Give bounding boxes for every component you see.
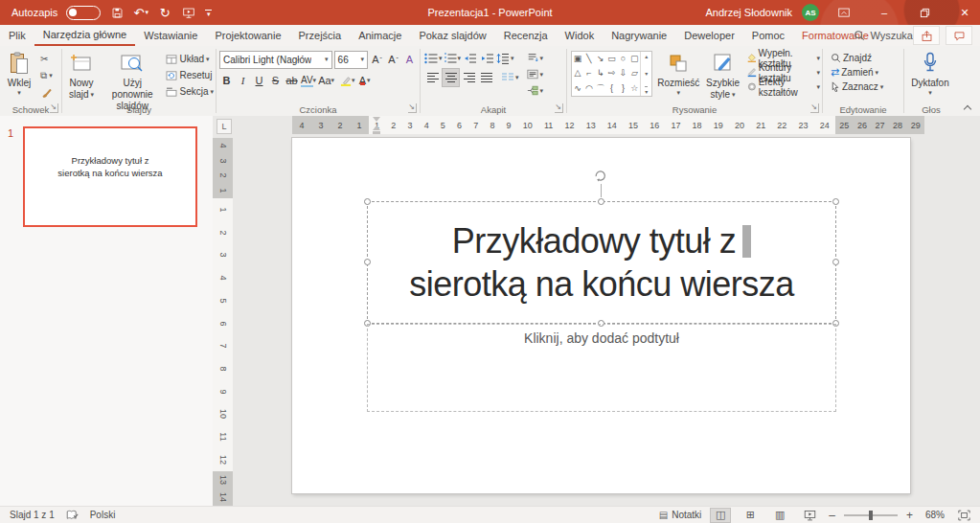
replace-button[interactable]: ⇄ Zamień▾: [829, 65, 903, 80]
shape-icon[interactable]: ◠: [585, 84, 593, 93]
spell-check-button[interactable]: [66, 510, 79, 521]
shape-icon[interactable]: ↳: [597, 69, 604, 78]
hanging-indent-marker[interactable]: [373, 125, 380, 130]
dialog-launcher-icon[interactable]: ↘: [555, 103, 563, 113]
slide-canvas[interactable]: Przykładowy tytuł z sierotką na końcu wi…: [233, 134, 980, 506]
slideshow-button[interactable]: [799, 508, 820, 523]
convert-to-smartart-button[interactable]: ▾: [525, 82, 546, 99]
bold-button[interactable]: B: [219, 73, 234, 89]
zoom-in-button[interactable]: +: [906, 509, 913, 522]
font-size-combobox[interactable]: 66 ▾: [334, 51, 368, 69]
line-spacing-button[interactable]: ▾: [496, 50, 514, 67]
scroll-down-icon[interactable]: ▾: [645, 70, 648, 77]
minimize-button[interactable]: –: [869, 0, 900, 25]
dialog-launcher-icon[interactable]: ↘: [408, 103, 417, 113]
select-button[interactable]: Zaznacz▾: [829, 80, 903, 94]
decrease-indent-button[interactable]: [462, 50, 478, 67]
copy-button[interactable]: ⧉▾: [38, 67, 55, 83]
ribbon-tab[interactable]: Wstawianie: [135, 25, 206, 46]
user-name[interactable]: Andrzej Słodownik: [706, 7, 793, 18]
ribbon-tab[interactable]: Recenzja: [495, 25, 557, 46]
scroll-up-icon[interactable]: ▴: [645, 53, 648, 59]
columns-button[interactable]: ▾: [501, 69, 519, 86]
slide-title-text[interactable]: Przykładowy tytuł z sierotką na końcu wi…: [368, 202, 835, 323]
find-button[interactable]: Znajdź: [829, 51, 903, 65]
autosave-toggle[interactable]: [66, 6, 101, 20]
shape-icon[interactable]: ▢: [630, 55, 639, 63]
user-avatar[interactable]: AS: [802, 4, 819, 21]
shape-icon[interactable]: ○: [621, 55, 626, 63]
ribbon-tab[interactable]: Animacje: [350, 25, 410, 46]
font-name-combobox[interactable]: Calibri Light (Nagłów ▾: [219, 51, 332, 69]
dictate-button[interactable]: Dyktafon ▾: [904, 49, 956, 97]
title-placeholder[interactable]: Przykładowy tytuł z sierotką na końcu wi…: [367, 201, 836, 324]
slide-indicator[interactable]: Slajd 1 z 1: [10, 510, 55, 520]
zoom-out-button[interactable]: –: [829, 509, 835, 522]
slide[interactable]: Przykładowy tytuł z sierotką na końcu wi…: [292, 138, 910, 493]
shape-icon[interactable]: ☆: [630, 84, 638, 93]
undo-button[interactable]: ↶ ▾: [133, 4, 148, 21]
more-shapes-icon[interactable]: ▾: [645, 86, 648, 95]
strikethrough-button[interactable]: ab: [285, 73, 299, 89]
layout-button[interactable]: Układ▾: [164, 51, 216, 67]
shape-icon[interactable]: {: [610, 84, 613, 93]
cut-button[interactable]: ✂: [38, 51, 55, 67]
align-text-button[interactable]: ▾: [525, 66, 546, 82]
fit-to-window-button[interactable]: [953, 508, 974, 523]
increase-font-size-button[interactable]: Aˆ: [370, 52, 384, 68]
zoom-slider[interactable]: [844, 514, 898, 516]
italic-button[interactable]: I: [236, 73, 250, 89]
reading-view-button[interactable]: ▥: [769, 508, 790, 523]
numbering-button[interactable]: ▾: [444, 50, 462, 67]
ribbon-tab[interactable]: Projektowanie: [206, 25, 289, 46]
change-case-button[interactable]: Aa▾: [318, 73, 334, 89]
ribbon-tab[interactable]: Pomoc: [743, 25, 793, 46]
text-highlight-button[interactable]: ▾: [340, 73, 355, 89]
ruler-origin-button[interactable]: L: [217, 119, 232, 134]
close-button[interactable]: ✕: [949, 0, 980, 25]
shape-icon[interactable]: ▭: [607, 55, 616, 63]
ribbon-tab[interactable]: Plik: [0, 25, 34, 46]
align-right-button[interactable]: [461, 69, 477, 86]
shape-icon[interactable]: ▱: [631, 69, 638, 78]
redo-button[interactable]: ↻: [157, 4, 172, 21]
comments-button[interactable]: [946, 26, 972, 45]
slide-thumbnail[interactable]: Przykładowy tytuł z sierotką na końcu wi…: [23, 126, 197, 227]
section-button[interactable]: Sekcja▾: [164, 83, 216, 100]
reset-button[interactable]: Resetuj: [164, 67, 216, 83]
font-color-button[interactable]: A▾: [357, 73, 372, 89]
restore-button[interactable]: [909, 0, 940, 25]
first-line-indent-marker[interactable]: [373, 117, 380, 122]
search-box[interactable]: Wyszuka: [854, 25, 913, 46]
shape-icon[interactable]: ▣: [574, 55, 582, 63]
dialog-launcher-icon[interactable]: ↘: [50, 103, 58, 113]
shape-icon[interactable]: ⌐: [586, 69, 591, 78]
clear-formatting-button[interactable]: A: [402, 52, 417, 68]
shape-icon[interactable]: △: [574, 69, 581, 78]
start-from-beginning-button[interactable]: [181, 4, 196, 21]
zoom-level[interactable]: 68%: [922, 510, 945, 520]
ribbon-tab[interactable]: Narzędzia główne: [34, 25, 135, 46]
vertical-ruler[interactable]: 4321 123456789101112 1314: [213, 134, 233, 506]
shape-icon[interactable]: ⇩: [620, 69, 627, 78]
shape-icon[interactable]: ∿: [574, 84, 581, 93]
subtitle-placeholder[interactable]: Kliknij, aby dodać podtytuł: [367, 324, 836, 412]
shape-effects-button[interactable]: Efekty kształtów▾: [745, 80, 822, 94]
ribbon-display-options-button[interactable]: [829, 0, 859, 25]
shape-icon[interactable]: ╲: [586, 55, 591, 63]
shape-icon[interactable]: ↘: [597, 55, 604, 63]
customize-quick-access-button[interactable]: ▾: [205, 10, 212, 16]
shape-icon[interactable]: ⇨: [608, 69, 616, 78]
format-painter-button[interactable]: [38, 83, 55, 100]
increase-indent-button[interactable]: [479, 50, 495, 67]
collapse-ribbon-button[interactable]: [963, 103, 972, 111]
character-spacing-button[interactable]: AV▾: [301, 73, 316, 89]
shadow-strike-button[interactable]: S: [268, 73, 283, 89]
bullets-button[interactable]: ▾: [424, 50, 443, 67]
normal-view-button[interactable]: ◫: [710, 508, 731, 523]
ribbon-tab[interactable]: Widok: [557, 25, 604, 46]
dialog-launcher-icon[interactable]: ↘: [810, 103, 819, 113]
horizontal-ruler[interactable]: 4321 12345678910111213141516171819202122…: [233, 116, 980, 134]
decrease-font-size-button[interactable]: Aˇ: [386, 52, 400, 68]
underline-button[interactable]: U: [252, 73, 266, 89]
